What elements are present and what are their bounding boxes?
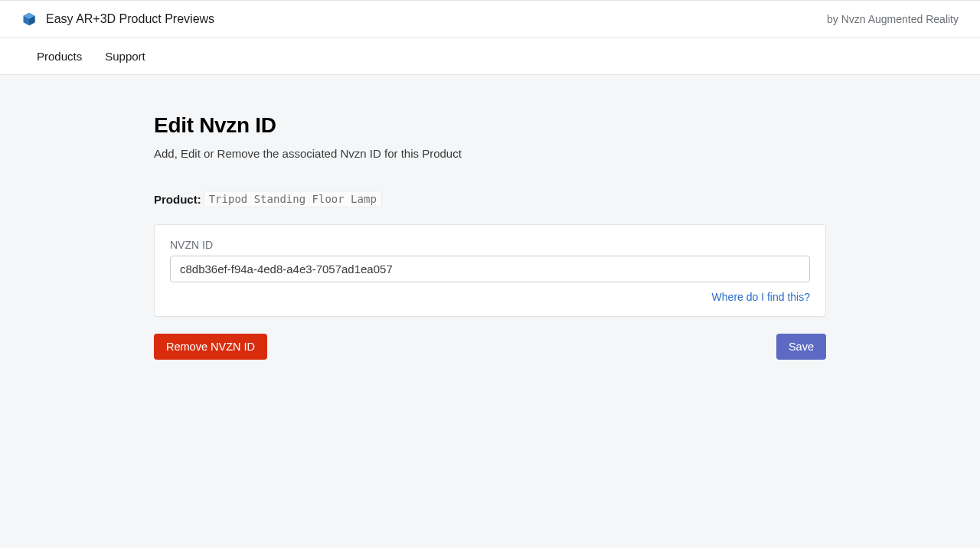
help-link[interactable]: Where do I find this?	[712, 291, 810, 303]
page-body: Edit Nvzn ID Add, Edit or Remove the ass…	[0, 75, 980, 548]
nav-support[interactable]: Support	[105, 50, 145, 63]
button-row: Remove NVZN ID Save	[154, 334, 826, 360]
product-row: Product: Tripod Standing Floor Lamp	[154, 191, 826, 207]
page-title: Edit Nvzn ID	[154, 113, 826, 138]
product-label: Product:	[154, 193, 201, 206]
product-name: Tripod Standing Floor Lamp	[204, 191, 382, 207]
app-byline: by Nvzn Augmented Reality	[827, 13, 959, 25]
nvzn-id-card: NVZN ID Where do I find this?	[154, 224, 826, 317]
navbar: Products Support	[0, 38, 980, 75]
nvzn-id-input[interactable]	[170, 256, 810, 282]
app-logo-icon	[21, 11, 37, 27]
app-header: Easy AR+3D Product Previews by Nvzn Augm…	[0, 1, 980, 38]
header-left: Easy AR+3D Product Previews	[21, 11, 214, 27]
nvzn-id-label: NVZN ID	[170, 239, 810, 251]
remove-nvzn-id-button[interactable]: Remove NVZN ID	[154, 334, 267, 360]
page-subtitle: Add, Edit or Remove the associated Nvzn …	[154, 147, 826, 160]
save-button[interactable]: Save	[776, 334, 826, 360]
app-title: Easy AR+3D Product Previews	[46, 12, 214, 26]
nav-products[interactable]: Products	[37, 50, 82, 63]
